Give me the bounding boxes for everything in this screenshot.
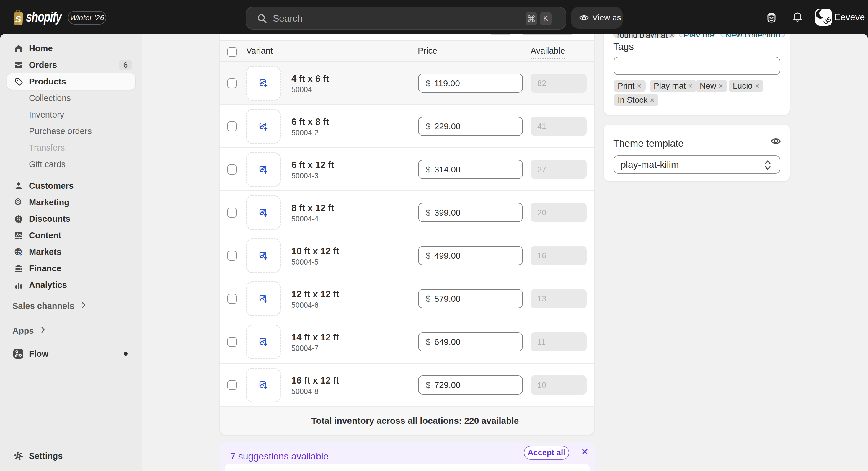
- svg-text:S: S: [15, 14, 21, 25]
- svg-text:$: $: [19, 251, 22, 256]
